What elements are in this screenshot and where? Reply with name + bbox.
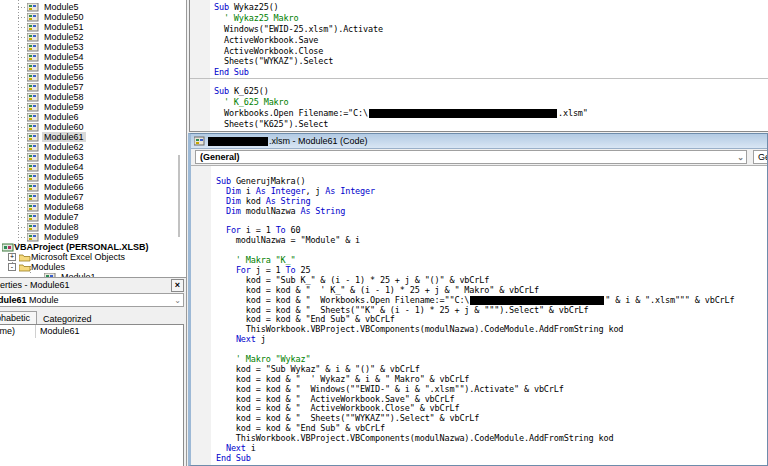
close-icon[interactable]: × (171, 279, 184, 292)
code-editor-top[interactable]: Sub Wykaz25() ' Wykaz25 Makro Windows("E… (190, 2, 768, 132)
tree-item-label: Module55 (42, 62, 86, 72)
tree-item-module55[interactable]: Module55 (0, 62, 186, 72)
tree-item-label: Module60 (42, 122, 86, 132)
tree-item-module6[interactable]: Module6 (0, 112, 186, 122)
object-combo[interactable]: (General) ⌄ (195, 150, 747, 164)
tree-item-module65[interactable]: Module65 (0, 172, 186, 182)
tree-connector (18, 87, 26, 88)
tree-item-module51[interactable]: Module51 (0, 22, 186, 32)
project-tree-scrollbar[interactable] (178, 155, 180, 237)
module-icon (27, 33, 39, 42)
tree-item-module52[interactable]: Module52 (0, 32, 186, 42)
tree-item-module5[interactable]: Module5 (0, 2, 186, 12)
tree-item-module58[interactable]: Module58 (0, 92, 186, 102)
tree-item-module61[interactable]: Module61 (0, 132, 186, 142)
tree-connector (18, 237, 26, 238)
code-line: Sub Wykaz25() (214, 2, 768, 13)
tree-item-module8[interactable]: Module8 (0, 222, 186, 232)
module-icon (194, 136, 205, 146)
code-line: End Sub (214, 67, 768, 78)
module-icon (27, 213, 39, 222)
tree-item-module60[interactable]: Module60 (0, 122, 186, 132)
tree-connector (18, 197, 26, 198)
tree-expander-icon[interactable]: - (8, 263, 16, 271)
tree-item-label: Module5 (42, 2, 81, 12)
tree-connector (18, 117, 26, 118)
tab-alphabetic[interactable]: Alphabetic (0, 311, 37, 324)
tree-item-label: Module51 (42, 22, 86, 32)
tree-item-module7[interactable]: Module7 (0, 212, 186, 222)
property-row[interactable]: (Name)Module61 (0, 325, 183, 338)
module-icon (27, 203, 39, 212)
code-window-titlebar[interactable]: .xlsm - Module61 (Code) (191, 134, 767, 149)
tree-connector (18, 77, 26, 78)
tree-item-label: Module64 (42, 162, 86, 172)
tree-item-label: Module50 (42, 12, 86, 22)
tree-item-module9[interactable]: Module9 (0, 232, 186, 242)
tree-item-module59[interactable]: Module59 (0, 102, 186, 112)
code-line: Sub K_625() (214, 86, 768, 97)
module-icon (27, 53, 39, 62)
code-line: Next i (216, 444, 767, 454)
tree-item-module68[interactable]: Module68 (0, 202, 186, 212)
combo-row: (General) ⌄ GenerujMakra (191, 149, 767, 166)
code-line: Dim modulNazwa As String (216, 207, 767, 217)
module-icon (27, 103, 39, 112)
tree-item-label: Module63 (42, 152, 86, 162)
tree-item-module57[interactable]: Module57 (0, 82, 186, 92)
module-icon (27, 63, 39, 72)
tree-item-label: Module56 (42, 72, 86, 82)
code-line: Sheets("K625").Select (214, 119, 768, 130)
folder-icon (19, 263, 31, 272)
tree-connector (18, 187, 26, 188)
module-icon (27, 3, 39, 12)
tree-item-label: Module52 (42, 32, 86, 42)
tree-item-module66[interactable]: Module66 (0, 182, 186, 192)
properties-panel: Properties - Module61 Module61 Module ⌄ … (0, 277, 187, 466)
tree-item-module62[interactable]: Module62 (0, 142, 186, 152)
redaction-bar (208, 137, 268, 146)
tree-item-module56[interactable]: Module56 (0, 72, 186, 82)
module-icon (27, 193, 39, 202)
code-line: ActiveWorkbook.Close (214, 46, 768, 57)
code-line: Sheets("WYKAZ").Select (214, 56, 768, 67)
code-line: ThisWorkbook.VBProject.VBComponents(modu… (216, 325, 767, 335)
vbaproject-icon (2, 243, 14, 252)
code-line: modulNazwa = "Module" & i (216, 236, 767, 246)
code-line: Windows("EWID-25.xlsm").Activate (214, 24, 768, 35)
properties-object-combo[interactable]: Module61 Module ⌄ (0, 293, 184, 307)
tree-folder-modules[interactable]: -Modules (0, 262, 186, 272)
module-icon (27, 233, 39, 242)
tab-categorized[interactable]: Categorized (37, 313, 98, 324)
code-editor-main[interactable]: Sub GenerujMakra() Dim i As Integer, j A… (191, 166, 767, 465)
tree-item-module64[interactable]: Module64 (0, 162, 186, 172)
code-line: End Sub (216, 454, 767, 464)
code-line: ActiveWorkbook.Save (214, 35, 768, 46)
chevron-down-icon: ⌄ (737, 152, 744, 164)
tree-connector (18, 17, 26, 18)
tree-item-label: Module54 (42, 52, 86, 62)
tree-item-label: Module59 (42, 102, 86, 112)
tree-item-module67[interactable]: Module67 (0, 192, 186, 202)
properties-grid[interactable]: (Name)Module61 (0, 324, 184, 466)
code-line: End Sub (214, 130, 768, 132)
tree-expander-icon[interactable]: + (8, 253, 16, 261)
tree-item-module54[interactable]: Module54 (0, 52, 186, 62)
property-name: (Name) (0, 325, 36, 338)
procedure-combo[interactable]: GenerujMakra (753, 150, 768, 164)
tree-item-label: Module7 (42, 212, 81, 222)
module-tree: Module5Module50Module51Module52Module53M… (0, 2, 186, 277)
tree-item-module50[interactable]: Module50 (0, 12, 186, 22)
code-line: Next j (216, 335, 767, 345)
tree-item-module63[interactable]: Module63 (0, 152, 186, 162)
tree-item-label: Module68 (42, 202, 86, 212)
module-icon (27, 93, 39, 102)
tree-connector (18, 37, 26, 38)
code-line: Workbooks.Open Filename:="C:\.xlsm" (214, 108, 768, 119)
code-line: ' Wykaz25 Makro (214, 13, 768, 24)
tree-item-module53[interactable]: Module53 (0, 42, 186, 52)
tree-item-vbaproject-personal[interactable]: VBAProject (PERSONAL.XLSB) (0, 242, 186, 252)
tree-connector (18, 7, 26, 8)
tree-connector (18, 157, 26, 158)
tree-folder-microsoft-excel-objects[interactable]: +Microsoft Excel Objects (0, 252, 186, 262)
